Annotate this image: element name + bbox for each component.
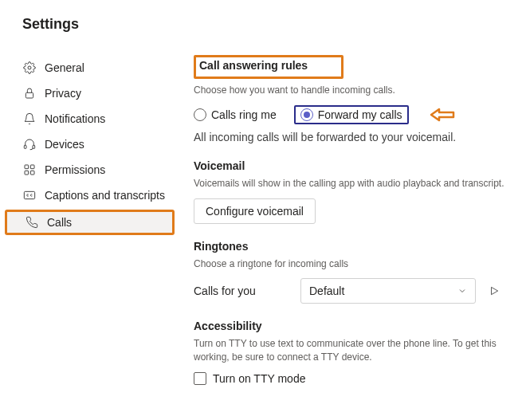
sidebar-item-captions[interactable]: Captions and transcripts [0,183,179,208]
play-ringtone-button[interactable] [487,284,501,298]
call-rules-heading: Call answering rules [199,59,308,72]
bell-icon [22,112,37,126]
sidebar-item-label: Captions and transcripts [45,189,171,202]
sidebar-item-permissions[interactable]: Permissions [0,157,179,183]
phone-icon [25,215,39,230]
configure-voicemail-button[interactable]: Configure voicemail [194,198,316,224]
svg-rect-3 [33,145,35,148]
svg-rect-4 [25,165,29,169]
sidebar-item-label: Privacy [45,87,171,100]
cc-icon [22,188,37,202]
sidebar-item-calls[interactable]: Calls [5,210,175,235]
accessibility-heading: Accessibility [194,320,262,332]
tty-mode-checkbox[interactable]: Turn on TTY mode [194,372,516,385]
settings-sidebar: General Privacy Notifications Devices [0,47,179,237]
radio-label: Calls ring me [211,108,277,121]
settings-calls-panel: Call answering rules Choose how you want… [179,47,526,401]
sidebar-item-privacy[interactable]: Privacy [0,80,179,106]
sidebar-item-notifications[interactable]: Notifications [0,106,179,131]
ringtones-heading: Ringtones [194,240,248,253]
section-voicemail: Voicemail Voicemails will show in the ca… [194,159,516,224]
lock-icon [22,86,37,100]
accessibility-desc: Turn on TTY to use text to communicate o… [194,337,516,364]
section-accessibility: Accessibility Turn on TTY to use text to… [194,320,516,385]
sidebar-item-general[interactable]: General [0,55,179,80]
svg-rect-6 [25,171,29,175]
call-rules-status: All incoming calls will be forwarded to … [194,131,516,143]
svg-rect-5 [30,165,34,169]
checkbox-label: Turn on TTY mode [213,372,305,385]
section-ringtones: Ringtones Choose a ringtone for incoming… [194,240,516,304]
radio-calls-ring-me[interactable]: Calls ring me [194,108,277,121]
sidebar-item-devices[interactable]: Devices [0,131,179,157]
sidebar-item-label: Permissions [45,163,171,176]
sidebar-item-label: Devices [45,138,171,151]
chevron-down-icon [457,286,467,296]
sidebar-item-label: General [45,61,171,74]
ringtone-select[interactable]: Default [300,278,476,304]
sidebar-item-label: Notifications [45,112,171,125]
radio-icon [194,108,206,121]
section-call-answering-rules: Call answering rules Choose how you want… [194,55,516,143]
sidebar-item-label: Calls [47,216,164,229]
radio-icon [300,108,313,121]
call-rules-desc: Choose how you want to handle incoming c… [194,84,516,97]
radio-forward-my-calls[interactable]: Forward my calls [294,105,409,124]
voicemail-desc: Voicemails will show in the calling app … [194,177,516,190]
svg-point-0 [28,66,31,69]
app-permissions-icon [22,163,37,177]
page-title: Settings [22,16,526,33]
checkbox-icon [194,372,206,385]
radio-label: Forward my calls [318,108,402,121]
svg-rect-2 [24,145,26,148]
svg-rect-8 [24,191,34,198]
headset-icon [22,137,37,151]
gear-icon [22,61,37,75]
svg-rect-1 [26,92,33,98]
svg-marker-9 [492,288,498,295]
annotation-arrow-icon [430,107,455,123]
ringtone-row-label: Calls for you [194,285,289,297]
ringtone-selected-value: Default [309,285,344,297]
svg-rect-7 [30,171,34,175]
voicemail-heading: Voicemail [194,159,245,172]
ringtones-desc: Choose a ringtone for incoming calls [194,257,516,271]
